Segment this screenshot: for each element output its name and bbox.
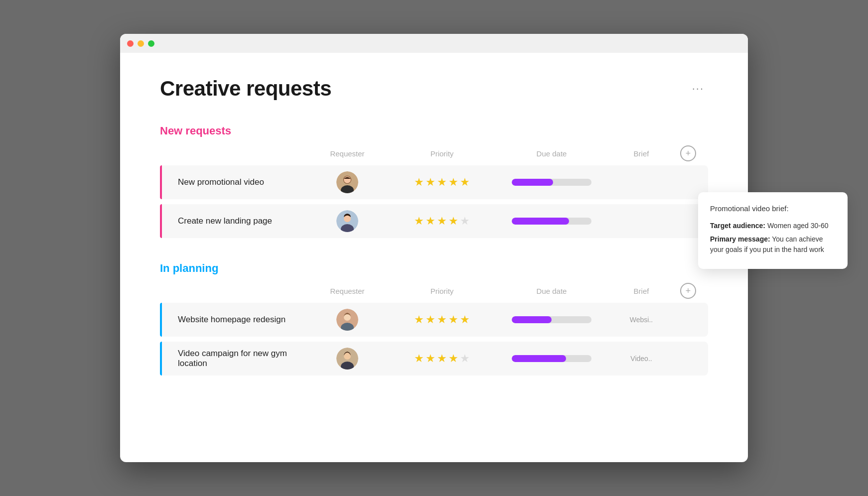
window-body: Creative requests ··· New requests Reque…	[120, 53, 748, 429]
star: ★	[448, 176, 458, 189]
page-header: Creative requests ···	[160, 77, 708, 101]
progress-fill	[512, 316, 552, 323]
star: ★	[448, 215, 458, 228]
table-columns-in-planning: Requester Priority Due date Brief +	[160, 283, 708, 303]
table-row[interactable]: Video campaign for new gym location ★ ★ …	[160, 342, 708, 375]
avatar-man1	[336, 210, 358, 232]
due-date-progress	[497, 355, 606, 362]
progress-bar	[512, 218, 591, 225]
row-border	[160, 342, 162, 375]
priority-stars: ★ ★ ★ ★ ★	[387, 352, 497, 365]
avatar-man2	[336, 309, 358, 331]
tooltip-message-row: Primary message: You can achieve your go…	[710, 234, 836, 255]
row-border	[160, 165, 162, 199]
star: ★	[437, 176, 447, 189]
star: ★	[448, 313, 458, 326]
row-title: Website homepage redesign	[168, 315, 307, 325]
maximize-button[interactable]	[148, 40, 154, 47]
col-brief-label: Brief	[606, 149, 676, 158]
progress-fill	[512, 179, 553, 186]
section-header-in-planning: In planning	[160, 262, 708, 275]
requester-avatar	[307, 171, 387, 193]
col-add: +	[676, 145, 700, 161]
tooltip-target-value: Women aged 30-60	[765, 222, 829, 230]
add-column-button-planning[interactable]: +	[680, 283, 696, 299]
due-date-progress	[497, 218, 606, 225]
col-brief-label: Brief	[606, 287, 676, 295]
row-border	[160, 303, 162, 337]
more-options-button[interactable]: ···	[688, 80, 708, 97]
avatar-man3	[336, 348, 358, 370]
star: ★	[426, 313, 435, 326]
progress-fill	[512, 355, 566, 362]
section-header-new-requests: New requests	[160, 124, 708, 137]
table-columns-new-requests: Requester Priority Due date Brief +	[160, 145, 708, 165]
page-title: Creative requests	[160, 77, 331, 101]
tooltip-target-row: Target audience: Women aged 30-60	[710, 221, 836, 231]
star-empty: ★	[460, 215, 470, 228]
priority-stars: ★ ★ ★ ★ ★	[387, 313, 497, 326]
star: ★	[460, 176, 470, 189]
section-in-planning: In planning Requester Priority Due date …	[160, 262, 708, 375]
star-empty: ★	[460, 352, 470, 365]
minimize-button[interactable]	[138, 40, 144, 47]
star: ★	[414, 313, 424, 326]
col-priority-label: Priority	[387, 149, 497, 158]
star: ★	[448, 352, 458, 365]
star: ★	[414, 176, 424, 189]
col-duedate-label: Due date	[497, 287, 606, 295]
due-date-progress	[497, 179, 606, 186]
col-priority-label: Priority	[387, 287, 497, 295]
avatar-woman	[336, 171, 358, 193]
row-title: Video campaign for new gym location	[168, 349, 307, 369]
star: ★	[426, 352, 435, 365]
col-requester-label: Requester	[307, 149, 387, 158]
col-requester-label: Requester	[307, 287, 387, 295]
table-row[interactable]: Website homepage redesign ★ ★ ★ ★ ★	[160, 303, 708, 337]
star: ★	[426, 215, 435, 228]
star: ★	[437, 313, 447, 326]
tooltip-target-label: Target audience:	[710, 222, 765, 230]
priority-stars: ★ ★ ★ ★ ★	[387, 215, 497, 228]
priority-stars: ★ ★ ★ ★ ★	[387, 176, 497, 189]
progress-fill	[512, 218, 569, 225]
brief-cell[interactable]: Video..	[606, 355, 676, 363]
star: ★	[426, 176, 435, 189]
progress-bar	[512, 179, 591, 186]
tooltip-message-label: Primary message:	[710, 235, 770, 243]
star: ★	[414, 352, 424, 365]
col-add: +	[676, 283, 700, 299]
progress-bar	[512, 355, 591, 362]
requester-avatar	[307, 309, 387, 331]
titlebar	[120, 34, 748, 53]
add-column-button-new[interactable]: +	[680, 145, 696, 161]
progress-bar	[512, 316, 591, 323]
due-date-progress	[497, 316, 606, 323]
close-button[interactable]	[127, 40, 134, 47]
row-border	[160, 204, 162, 238]
brief-tooltip-popup: Promotional video brief: Target audience…	[698, 192, 848, 269]
requester-avatar	[307, 210, 387, 232]
row-title: New promotional video	[168, 177, 307, 187]
app-window: Creative requests ··· New requests Reque…	[120, 34, 748, 462]
table-row[interactable]: Create new landing page ★ ★ ★ ★ ★	[160, 204, 708, 238]
section-title-in-planning: In planning	[160, 262, 218, 275]
requester-avatar	[307, 348, 387, 370]
row-title: Create new landing page	[168, 216, 307, 226]
table-row[interactable]: New promotional video ★ ★ ★ ★ ★	[160, 165, 708, 199]
col-duedate-label: Due date	[497, 149, 606, 158]
star: ★	[437, 352, 447, 365]
star: ★	[460, 313, 470, 326]
brief-cell[interactable]: Websi..	[606, 316, 676, 324]
section-title-new-requests: New requests	[160, 124, 231, 137]
star: ★	[414, 215, 424, 228]
section-new-requests: New requests Requester Priority Due date…	[160, 124, 708, 238]
tooltip-title: Promotional video brief:	[710, 203, 836, 215]
star: ★	[437, 215, 447, 228]
